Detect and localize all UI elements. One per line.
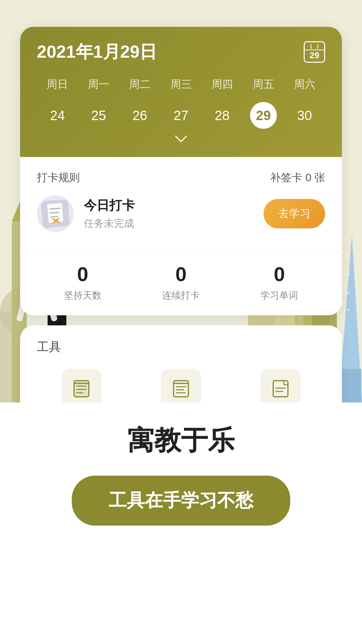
stat-words: 0 学习单词 (234, 263, 325, 302)
calendar-icon-day: 29 (310, 50, 319, 61)
stat-streak: 0 连续打卡 (135, 263, 227, 302)
tools-grid: 词典 翻译 (37, 369, 325, 402)
translate-icon (171, 379, 191, 399)
dictionary-icon (71, 379, 92, 399)
date-26[interactable]: 26 (119, 102, 161, 129)
alphabet-icon (270, 379, 291, 399)
weekday-fri: 周五 (243, 74, 284, 95)
stat-streak-label: 连续打卡 (135, 289, 227, 302)
checkin-today-subtitle: 任务未完成 (84, 217, 253, 230)
bottom-title: 寓教于乐 (20, 423, 342, 459)
dictionary-icon-bg (61, 369, 102, 402)
stat-persist-days: 0 坚持天数 (37, 263, 128, 302)
stat-persist-label: 坚持天数 (37, 289, 128, 302)
weekday-wed: 周三 (161, 74, 202, 95)
checkin-today-row: 今日打卡 任务未完成 去学习 (37, 195, 325, 232)
calendar-expand-arrow[interactable] (37, 132, 325, 150)
bottom-section: 寓教于乐 工具在手学习不愁 (0, 402, 362, 644)
tool-translate[interactable]: 翻译 (136, 369, 226, 402)
svg-rect-32 (310, 44, 312, 49)
weekday-sun: 周日 (37, 74, 78, 95)
checkin-section: 打卡规则 补签卡 0 张 (20, 157, 342, 253)
date-24[interactable]: 24 (37, 102, 78, 129)
svg-rect-33 (317, 44, 318, 49)
alphabet-icon-bg (260, 369, 301, 402)
stat-words-label: 学习单词 (234, 289, 325, 302)
tool-alphabet[interactable]: 字母表 (236, 369, 325, 402)
stat-persist-number: 0 (37, 263, 128, 286)
tools-title: 工具 (37, 339, 325, 355)
weekday-tue: 周二 (119, 74, 161, 95)
checkin-rule-label[interactable]: 打卡规则 (37, 170, 80, 185)
weekday-thu: 周四 (201, 74, 243, 95)
checkin-text-block: 今日打卡 任务未完成 (84, 197, 253, 230)
stat-words-number: 0 (234, 263, 325, 286)
date-28[interactable]: 28 (201, 102, 243, 129)
stats-section: 0 坚持天数 0 连续打卡 0 学习单词 (20, 253, 342, 315)
svg-line-37 (51, 217, 57, 217)
date-27[interactable]: 27 (161, 102, 202, 129)
go-study-button[interactable]: 去学习 (263, 199, 325, 228)
stat-streak-number: 0 (135, 263, 227, 286)
calendar-title: 2021年1月29日 (37, 40, 157, 64)
date-29-active[interactable]: 29 (250, 102, 277, 129)
calendar-section: 2021年1月29日 29 周日 周一 周二 周三 周四 周五 周六 (20, 27, 342, 157)
calendar-icon[interactable]: 29 (304, 41, 325, 63)
tools-section: 工具 词典 (20, 325, 342, 402)
weekday-mon: 周一 (78, 74, 119, 95)
checkin-card-count: 补签卡 0 张 (270, 170, 325, 185)
svg-rect-52 (273, 381, 288, 397)
bottom-cta-button[interactable]: 工具在手学习不愁 (72, 476, 290, 526)
checkin-task-icon (41, 199, 70, 228)
date-30[interactable]: 30 (284, 102, 325, 129)
checkin-today-title: 今日打卡 (84, 197, 253, 214)
scene-wrapper: 2021年1月29日 29 周日 周一 周二 周三 周四 周五 周六 (0, 0, 362, 402)
main-card: 2021年1月29日 29 周日 周一 周二 周三 周四 周五 周六 (20, 27, 342, 315)
weekday-sat: 周六 (284, 74, 325, 95)
weekdays-row: 周日 周一 周二 周三 周四 周五 周六 (37, 74, 325, 95)
scene-content: 2021年1月29日 29 周日 周一 周二 周三 周四 周五 周六 (0, 0, 362, 402)
date-25[interactable]: 25 (78, 102, 119, 129)
dates-row: 24 25 26 27 28 29 30 (37, 102, 325, 129)
checkin-icon-wrapper (37, 195, 74, 232)
tool-dictionary[interactable]: 词典 (37, 369, 126, 402)
translate-icon-bg (161, 369, 201, 402)
